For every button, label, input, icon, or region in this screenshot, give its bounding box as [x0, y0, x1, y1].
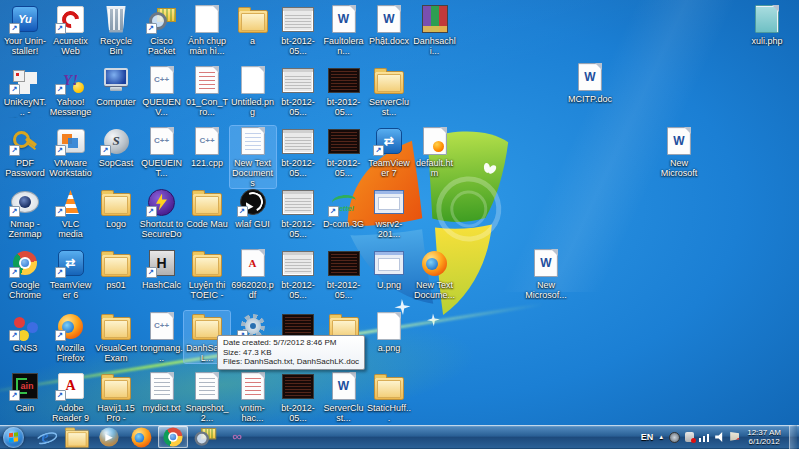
desktop-icon-01-con-tro[interactable]: 01_Con_Tro...: [184, 65, 230, 117]
hidden-icons-caret[interactable]: ▲: [658, 434, 664, 440]
desktop-icon-new-microsoft[interactable]: WNew Microsoft ...: [656, 126, 702, 179]
desktop-icon-cisco-packet-tracer[interactable]: ↗Cisco Packet Tracer: [139, 4, 185, 57]
desktop-icon-a-png[interactable]: a.png: [366, 311, 412, 353]
desktop-icon-danhsachli[interactable]: Danhsachli...: [412, 4, 458, 56]
desktop-icon-google-chrome[interactable]: ↗Google Chrome: [2, 248, 48, 300]
desktop-icon-default-htm[interactable]: default.htm: [412, 126, 458, 178]
desktop-icon-vlc-media-player[interactable]: ↗VLC media player: [48, 187, 94, 240]
desktop-icon-mozilla-firefox[interactable]: ↗Mozilla Firefox: [48, 311, 94, 363]
desktop-icon-vntim-hac[interactable]: vntim-hac...: [230, 371, 276, 423]
tray-security-icon[interactable]: [685, 432, 694, 442]
winshot-icon: [373, 248, 405, 278]
shortcut-arrow-icon: ↗: [55, 206, 66, 217]
desktop-icon-code-mau[interactable]: Code Mau: [184, 187, 230, 229]
desktop-icon-visualcert-exam[interactable]: VisualCert Exam: [93, 311, 139, 363]
desktop-icon-u-png[interactable]: U.png: [366, 248, 412, 290]
desktop-icon-xuli-php[interactable]: xuli.php: [744, 4, 790, 46]
desktop-icon-acunetix-web-vulne[interactable]: ↗Acunetix Web Vulne...: [48, 4, 94, 57]
desktop-icon-gns3[interactable]: ↗GNS3: [2, 311, 48, 353]
desktop-icon-serverclust[interactable]: ServerClust...: [366, 65, 412, 117]
desktop-icon-121-cpp[interactable]: C++121.cpp: [184, 126, 230, 168]
desktop-icon-bt-2012-05[interactable]: bt-2012-05...: [321, 126, 367, 178]
desktop-icon-statichuff[interactable]: StaticHuff...: [366, 371, 412, 423]
shortcut-arrow-icon: ↗: [55, 267, 66, 278]
desktop-icon-your-unin-staller[interactable]: Yu↗Your Unin-staller!: [2, 4, 48, 56]
desktop-icon-mcitp-doc[interactable]: WMCITP.doc: [567, 62, 613, 104]
desktop-icon-vmware-workstation[interactable]: ↗VMware Workstation: [48, 126, 94, 179]
taskbar-internet-explorer[interactable]: e: [30, 426, 60, 448]
desktop-icon-logo[interactable]: Logo: [93, 187, 139, 229]
desktop-icon-wlaf-gui[interactable]: ↗wlaf GUI: [230, 187, 276, 229]
desktop-icon-6962020-pdf[interactable]: A6962020.pdf: [230, 248, 276, 300]
desktop-icon-nmap-zenmap-gui[interactable]: ↗Nmap - Zenmap GUI: [2, 187, 48, 240]
desktop-icon-new-text-documents[interactable]: New Text Documents: [230, 126, 276, 188]
taskbar-clock[interactable]: 12:37 AM 6/1/2012: [747, 428, 781, 446]
desktop-icon-new-text-docume[interactable]: New Text Docume...: [412, 248, 458, 300]
desktop-icon-new-microsof[interactable]: WNew Microsof...: [523, 248, 569, 300]
desktop-icon-queuenv[interactable]: C++QUEUENV...: [139, 65, 185, 117]
desktop-icon-yahoo-messenger[interactable]: Y!↗Yahoo! Messenger: [48, 65, 94, 118]
desktop-icon-bt-2012-05[interactable]: bt-2012-05...: [275, 371, 321, 423]
network-icon[interactable]: [699, 432, 710, 442]
desktop-icon-sopcast[interactable]: S↗SopCast: [93, 126, 139, 168]
shortcut-arrow-icon: ↗: [55, 330, 66, 341]
taskbar-chrome[interactable]: [158, 426, 188, 448]
rar-icon: [419, 4, 451, 34]
language-indicator[interactable]: EN: [641, 432, 654, 442]
desktop-icon-label: New Text Docume...: [412, 280, 458, 300]
desktop-icon-ps01[interactable]: ps01: [93, 248, 139, 290]
desktop-icon-bt-2012-05[interactable]: bt-2012-05...: [275, 4, 321, 56]
ciscopt-icon: [193, 425, 217, 449]
desktop-icon-cain[interactable]: ain↗Cain: [2, 371, 48, 413]
desktop-icon-bt-2012-05[interactable]: bt-2012-05...: [275, 248, 321, 300]
desktop-icon-teamviewer-7[interactable]: ⇄↗TeamViewer 7: [366, 126, 412, 178]
desktop-icon-shortcut-to-securedow[interactable]: ↗Shortcut to SecureDow...: [139, 187, 185, 240]
desktop-icon-computer[interactable]: Computer: [93, 65, 139, 107]
taskbar-windows-explorer[interactable]: [62, 426, 92, 448]
show-desktop-button[interactable]: [789, 425, 797, 449]
folder-glyph: [192, 254, 222, 277]
volume-icon[interactable]: [715, 432, 725, 442]
desktop-icon-a[interactable]: a: [230, 4, 276, 46]
taskbar-windows-media-player[interactable]: ▶: [94, 426, 124, 448]
shortcut-arrow-icon: ↗: [237, 206, 248, 217]
action-center-flag-icon[interactable]: [730, 432, 739, 442]
taskbar-cisco-packet-tracer[interactable]: [190, 426, 220, 448]
taskbar-visual-studio[interactable]: ∞: [222, 426, 252, 448]
desktop-icon-unikeynt-shortcut[interactable]: ↗UniKeyNT... - Shortcut: [2, 65, 48, 118]
desktop-icon-label: Yahoo! Messenger: [48, 97, 94, 118]
tray-app-icon[interactable]: [669, 432, 680, 443]
desktop-icon-bt-2012-05[interactable]: bt-2012-05...: [275, 65, 321, 117]
folder-icon: [191, 187, 223, 217]
desktop-icon-teamviewer-6[interactable]: ⇄↗TeamViewer 6: [48, 248, 94, 300]
desktop-icon-bt-2012-05[interactable]: bt-2012-05...: [275, 187, 321, 239]
desktop-icon-havij1-15-pro-cracked[interactable]: Havij1.15 Pro - cracked: [93, 371, 139, 424]
desktop-icon-bt-2012-05[interactable]: bt-2012-05...: [321, 248, 367, 300]
desktop-icon-label: wlaf GUI: [230, 219, 276, 229]
desktop-icon-label: Shortcut to SecureDow...: [139, 219, 185, 240]
desktop-icon-hashcalc[interactable]: H↗HashCalc: [139, 248, 185, 290]
desktop-icon-pdf-password[interactable]: ↗PDF Password ...: [2, 126, 48, 179]
icon-glyph-text: C++: [146, 137, 178, 145]
desktop-icon-label: mydict.txt: [139, 403, 185, 413]
desktop-icon-label: Phật.docx: [366, 36, 412, 46]
desktop-icon-adobe-reader-9[interactable]: A↗Adobe Reader 9: [48, 371, 94, 423]
clock-time: 12:37 AM: [747, 428, 781, 437]
desktop-icon-faultoleran[interactable]: WFaultoleran...: [321, 4, 367, 56]
desktop-icon-luy-n-thi-toeic-cha[interactable]: Luyện thi TOEIC - Cha...: [184, 248, 230, 301]
start-button[interactable]: [3, 427, 24, 448]
desktop-icon-untitled-png[interactable]: Untitled.png: [230, 65, 276, 117]
desktop-icon-tongmang[interactable]: C++tongmang...: [139, 311, 185, 363]
desktop-icon-bt-2012-05[interactable]: bt-2012-05...: [321, 65, 367, 117]
desktop-icon-wsrv2-201[interactable]: wsrv2-201...: [366, 187, 412, 239]
desktop-icon-recycle-bin[interactable]: Recycle Bin: [93, 4, 139, 56]
desktop-icon-d-com-3g[interactable]: viettel↗D-com 3G: [321, 187, 367, 229]
desktop-icon-mydict-txt[interactable]: mydict.txt: [139, 371, 185, 413]
desktop-icon-snapshot-2[interactable]: Snapshot_2...: [184, 371, 230, 423]
desktop-icon-nh-ch-p-m-n-h[interactable]: Ánh chụp màn hì...: [184, 4, 230, 56]
desktop-icon-ph-t-docx[interactable]: WPhật.docx: [366, 4, 412, 46]
desktop-icon-serverclust[interactable]: WServerClust...: [321, 371, 367, 423]
taskbar-firefox[interactable]: [126, 426, 156, 448]
desktop-icon-queueint[interactable]: C++QUEUEINT...: [139, 126, 185, 178]
desktop-icon-bt-2012-05[interactable]: bt-2012-05...: [275, 126, 321, 178]
